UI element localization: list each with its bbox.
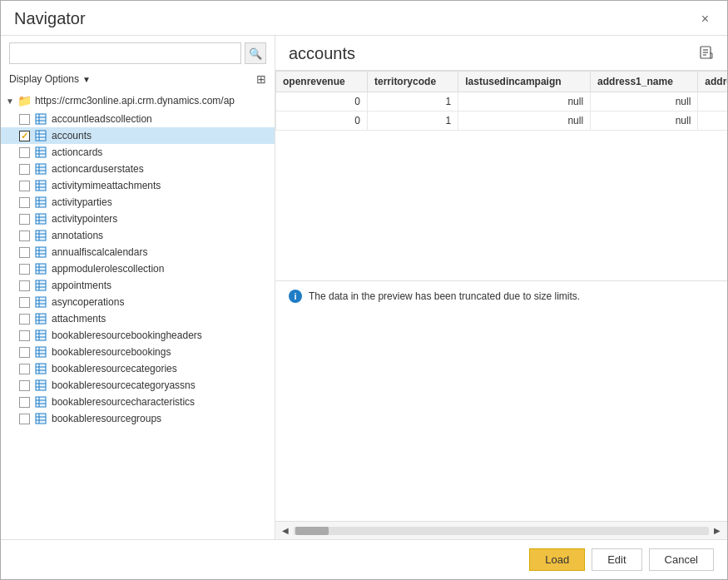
h-scroll-right-button[interactable]: ▶ [709, 523, 726, 539]
col-header-territorycode: territorycode [368, 72, 458, 92]
search-input[interactable] [9, 42, 241, 64]
svg-rect-0 [36, 114, 46, 124]
item-checkbox[interactable] [19, 280, 30, 291]
check-icon: ✓ [21, 131, 28, 141]
item-label: bookableresourcebookingheaders [52, 330, 202, 341]
table-icon [35, 280, 47, 291]
table-icon [35, 379, 47, 391]
item-label: appointments [52, 280, 111, 291]
cell-territorycode-1: 1 [368, 92, 458, 112]
list-item[interactable]: annualfiscalcalendars [1, 244, 275, 260]
cell-openrevenue-1: 0 [276, 92, 368, 112]
item-checkbox[interactable] [19, 264, 30, 275]
close-button[interactable]: × [696, 10, 714, 28]
svg-rect-16 [36, 181, 46, 191]
list-item[interactable]: activityparties [1, 194, 275, 211]
list-item[interactable]: activitymimeattachments [1, 177, 275, 194]
item-label: appmodulerolescollection [52, 263, 164, 275]
search-icon: 🔍 [249, 47, 262, 60]
item-checkbox[interactable] [19, 114, 30, 125]
list-item[interactable]: bookableresourcegroups [1, 410, 275, 427]
table-icon [35, 296, 47, 308]
item-checkbox[interactable] [19, 314, 30, 325]
svg-rect-20 [36, 197, 46, 207]
svg-rect-28 [36, 231, 46, 240]
list-item[interactable]: ✓ accounts [1, 127, 275, 144]
item-label: actioncards [52, 146, 102, 158]
col-header-address1-name: address1_name [591, 72, 698, 92]
list-item[interactable]: actioncarduserstates [1, 161, 275, 177]
item-label: bookableresourcecharacteristics [52, 396, 195, 408]
item-checkbox[interactable] [19, 181, 30, 191]
h-scroll-left-button[interactable]: ◀ [277, 523, 294, 539]
title-bar: Navigator × [1, 1, 727, 36]
item-checkbox[interactable] [19, 247, 30, 258]
list-item[interactable]: accountleadscollection [1, 111, 275, 127]
h-scrollbar[interactable]: ◀ ▶ [275, 521, 727, 539]
edit-button[interactable]: Edit [592, 548, 641, 571]
table-icon [35, 163, 47, 175]
refresh-button[interactable]: ⊞ [256, 72, 266, 86]
list-item[interactable]: bookableresourcebookingheaders [1, 327, 275, 344]
svg-rect-52 [36, 330, 46, 340]
table-icon [35, 330, 47, 341]
item-checkbox[interactable] [19, 380, 30, 391]
item-label: bookableresourcegroups [52, 413, 161, 424]
item-checkbox[interactable] [19, 164, 30, 175]
item-checkbox[interactable] [19, 397, 30, 408]
cell-lastused-2: null [458, 112, 591, 131]
item-checkbox[interactable] [19, 330, 30, 341]
item-label: actioncarduserstates [52, 163, 144, 175]
list-item[interactable]: actioncards [1, 144, 275, 161]
table-icon [35, 113, 47, 125]
preview-empty-space [275, 311, 727, 521]
list-item[interactable]: appmodulerolescollection [1, 260, 275, 277]
h-scroll-thumb[interactable] [295, 527, 329, 535]
list-item[interactable]: asyncoperations [1, 294, 275, 310]
list-item[interactable]: activitypointers [1, 211, 275, 227]
item-checkbox[interactable] [19, 147, 30, 158]
display-options-button[interactable]: Display Options ▼ [9, 73, 91, 85]
svg-rect-44 [36, 297, 46, 307]
col-header-openrevenue: openrevenue [276, 72, 368, 92]
cancel-button[interactable]: Cancel [649, 548, 714, 571]
cell-address1name-1: null [591, 92, 698, 112]
table-icon [35, 346, 47, 358]
export-icon [699, 48, 714, 62]
table-icon [35, 363, 47, 374]
preview-table: openrevenue territorycode lastusedincamp… [275, 71, 727, 131]
item-checkbox[interactable] [19, 197, 30, 208]
toolbar-row: Display Options ▼ ⊞ [1, 71, 275, 91]
item-checkbox[interactable] [19, 231, 30, 241]
item-label: activityparties [52, 196, 112, 208]
root-node[interactable]: ▼ 📁 https://crmc3online.api.crm.dynamics… [1, 91, 275, 111]
item-label: bookableresourcecategories [52, 363, 177, 374]
list-item[interactable]: bookableresourcecategoryassns [1, 377, 275, 394]
item-checkbox[interactable] [19, 364, 30, 374]
export-button[interactable] [699, 45, 714, 63]
table-icon [35, 196, 47, 208]
info-icon: i [289, 290, 302, 303]
list-item[interactable]: bookableresourcecharacteristics [1, 394, 275, 410]
item-checkbox[interactable] [19, 297, 30, 308]
left-panel: 🔍 Display Options ▼ ⊞ ▼ 📁 https:/ [1, 36, 275, 539]
svg-rect-36 [36, 264, 46, 274]
item-checkbox[interactable]: ✓ [19, 131, 30, 141]
tree-area[interactable]: ▼ 📁 https://crmc3online.api.crm.dynamics… [1, 91, 275, 539]
item-checkbox[interactable] [19, 414, 30, 424]
item-checkbox[interactable] [19, 347, 30, 358]
svg-rect-48 [36, 314, 46, 324]
cell-lastused-1: null [458, 92, 591, 112]
list-item[interactable]: bookableresourcebookings [1, 344, 275, 360]
display-options-label: Display Options [9, 73, 79, 85]
search-button[interactable]: 🔍 [245, 42, 266, 64]
list-item[interactable]: attachments [1, 310, 275, 327]
list-item[interactable]: bookableresourcecategories [1, 360, 275, 377]
list-item[interactable]: annotations [1, 227, 275, 244]
search-bar: 🔍 [1, 36, 275, 71]
load-button[interactable]: Load [529, 548, 585, 571]
h-scroll-track[interactable] [294, 527, 709, 535]
item-checkbox[interactable] [19, 214, 30, 225]
list-item[interactable]: appointments [1, 277, 275, 294]
root-label: https://crmc3online.api.crm.dynamics.com… [35, 95, 235, 107]
